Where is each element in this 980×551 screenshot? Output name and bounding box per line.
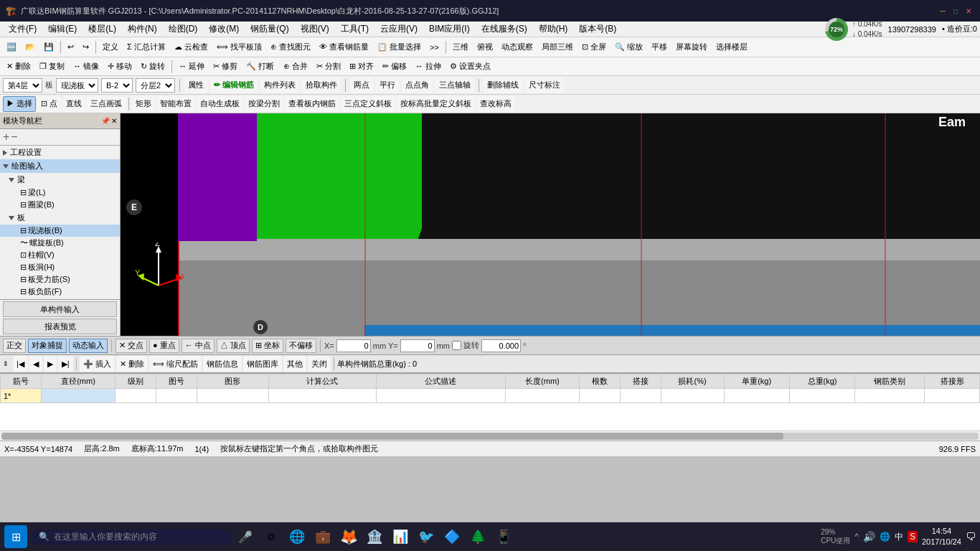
floor-sel-btn[interactable]: 选择楼层: [712, 39, 751, 55]
pan-btn[interactable]: 平移: [648, 39, 671, 55]
nav-force-rebar[interactable]: ⊟板受力筋(S): [0, 273, 120, 286]
calc-btn[interactable]: Σ 汇总计算: [123, 39, 169, 55]
rebar-lib-btn[interactable]: 钢筋图库: [243, 356, 282, 372]
zoom-btn[interactable]: 🔍 缩放: [611, 39, 646, 55]
code-select[interactable]: B-2: [101, 78, 133, 93]
nav-engineering[interactable]: 工程设置: [0, 146, 120, 159]
sys-arrow[interactable]: ^: [854, 532, 859, 542]
pick-comp-btn[interactable]: 拾取构件: [302, 77, 341, 93]
app5-btn[interactable]: 📊: [389, 525, 412, 548]
app8-btn[interactable]: 🌲: [466, 525, 489, 548]
nav-cast-slab[interactable]: ⊟现浇板(B): [0, 225, 120, 237]
maximize-button[interactable]: □: [950, 5, 961, 17]
network-icon[interactable]: 🌐: [880, 532, 890, 542]
menu-online[interactable]: 在线服务(S): [476, 22, 533, 37]
menu-rebar[interactable]: 钢筋量(Q): [245, 22, 294, 37]
redo-btn[interactable]: ↪: [79, 39, 93, 55]
insert-rec-btn[interactable]: ➕ 插入: [80, 356, 115, 372]
three-axis-btn[interactable]: 三点轴轴: [435, 77, 474, 93]
menu-view[interactable]: 视图(V): [295, 22, 335, 37]
viewport[interactable]: E D Eam Z X Y: [121, 113, 980, 336]
cell-shape[interactable]: [197, 389, 268, 403]
report-btn[interactable]: 报表预览: [3, 319, 117, 334]
stretch-btn[interactable]: ↔ 拉伸: [412, 59, 445, 75]
batch-btn[interactable]: 📋 批量选择: [374, 39, 425, 55]
last-rec-btn[interactable]: ▶|: [58, 356, 73, 372]
menu-file[interactable]: 文件(F): [3, 22, 42, 37]
slope-batch-btn[interactable]: 按标高批量定义斜板: [397, 96, 475, 112]
cloud-check-btn[interactable]: ☁ 云检查: [171, 39, 212, 55]
menu-draw[interactable]: 绘图(D): [163, 22, 204, 37]
cell-loss[interactable]: [661, 389, 724, 403]
local3d-btn[interactable]: 局部三维: [538, 39, 577, 55]
mid-btn[interactable]: ← 中点: [182, 339, 215, 353]
undo-btn[interactable]: ↩: [64, 39, 77, 55]
fullscreen-btn[interactable]: ⊡ 全屏: [578, 39, 610, 55]
line-btn[interactable]: 直线: [62, 96, 85, 112]
close-steel-btn[interactable]: 关闭: [308, 356, 331, 372]
open-btn[interactable]: 📂: [22, 39, 39, 55]
nav-close-btn[interactable]: ✕: [111, 117, 117, 125]
del-aux-btn[interactable]: 删除辅线: [484, 77, 522, 93]
align-btn[interactable]: ⊞ 对齐: [346, 59, 377, 75]
menu-modify[interactable]: 修改(M): [203, 22, 245, 37]
start-btn[interactable]: ⊞: [4, 525, 27, 548]
two-pt-btn[interactable]: 两点: [350, 77, 373, 93]
rotate-btn[interactable]: 屏幕旋转: [672, 39, 711, 55]
clock[interactable]: 14:54 2017/10/24: [922, 526, 961, 547]
cell-total-w[interactable]: [789, 389, 854, 403]
nav-beam-l[interactable]: ⊟梁(L): [0, 187, 120, 199]
prop-attr-btn[interactable]: 属性: [184, 77, 207, 93]
nav-pin-btn[interactable]: 📌: [101, 117, 110, 125]
close-button[interactable]: ✕: [963, 5, 974, 17]
nav-add-btn[interactable]: +: [3, 131, 9, 143]
cell-desc[interactable]: [376, 389, 505, 403]
material-select[interactable]: 现浇板: [56, 78, 98, 93]
trim-btn[interactable]: ✂ 修剪: [209, 59, 241, 75]
cell-grade[interactable]: [116, 389, 156, 403]
nav-slab-section[interactable]: 板: [0, 211, 120, 225]
nooff-btn[interactable]: 不偏移: [286, 339, 316, 353]
view-rebar-btn[interactable]: 👁 查看钢筋量: [316, 39, 372, 55]
save-btn[interactable]: 💾: [40, 39, 57, 55]
scrollbar-thumb[interactable]: [1, 433, 783, 440]
first-rec-btn[interactable]: |◀: [13, 356, 28, 372]
y-input[interactable]: [400, 339, 435, 352]
rotate2-btn[interactable]: ↻ 旋转: [137, 59, 169, 75]
menu-cloud[interactable]: 云应用(V): [374, 22, 423, 37]
view-slab-btn[interactable]: 查看板内钢筋: [285, 96, 339, 112]
cell-rebar-type[interactable]: [855, 389, 925, 403]
app2-btn[interactable]: 💼: [311, 525, 334, 548]
cell-formula[interactable]: [268, 389, 376, 403]
nav-drawing[interactable]: 绘图输入: [0, 159, 120, 173]
cell-lap-type[interactable]: [925, 389, 980, 403]
vertex-btn[interactable]: △ 顶点: [217, 339, 250, 353]
nav-beam-section[interactable]: 梁: [0, 173, 120, 187]
x-input[interactable]: [336, 339, 371, 352]
ime-s[interactable]: S: [908, 531, 918, 542]
minimize-button[interactable]: ─: [937, 5, 948, 17]
change-elev-btn[interactable]: 查改标高: [476, 96, 515, 112]
grip-btn[interactable]: ⚙ 设置夹点: [446, 59, 494, 75]
single-comp-btn[interactable]: 单构件输入: [3, 301, 117, 317]
flat-btn[interactable]: ⟺ 找平板顶: [213, 39, 265, 55]
parallel-btn[interactable]: 平行: [376, 77, 399, 93]
arc-btn[interactable]: 三点画弧: [87, 96, 126, 112]
nav-hole[interactable]: ⊟板洞(H): [0, 261, 120, 273]
auto-gen-btn[interactable]: 自动生成板: [197, 96, 243, 112]
intersect-btn[interactable]: ✕ 交点: [116, 339, 147, 353]
scrollbar-track[interactable]: [1, 433, 979, 440]
del-rec-btn[interactable]: ✕ 删除: [116, 356, 148, 372]
3d-btn[interactable]: 三维: [449, 39, 472, 55]
speaker-icon[interactable]: 🔊: [863, 531, 875, 542]
search-bar[interactable]: 🔍 在这里输入你要搜索的内容: [30, 529, 231, 545]
offset-btn[interactable]: ✏ 偏移: [379, 59, 410, 75]
coord-btn[interactable]: ⊞ 坐标: [252, 339, 283, 353]
cell-diam[interactable]: [41, 389, 116, 403]
select-btn[interactable]: ▶ 选择: [3, 96, 36, 112]
copy-btn[interactable]: ❐ 复制: [36, 59, 68, 75]
nav-neg-rebar[interactable]: ⊟板负筋(F): [0, 286, 120, 298]
delete-btn[interactable]: ✕ 删除: [3, 59, 34, 75]
move-btn[interactable]: ✛ 移动: [104, 59, 136, 75]
merge-btn[interactable]: ⊕ 合并: [280, 59, 311, 75]
